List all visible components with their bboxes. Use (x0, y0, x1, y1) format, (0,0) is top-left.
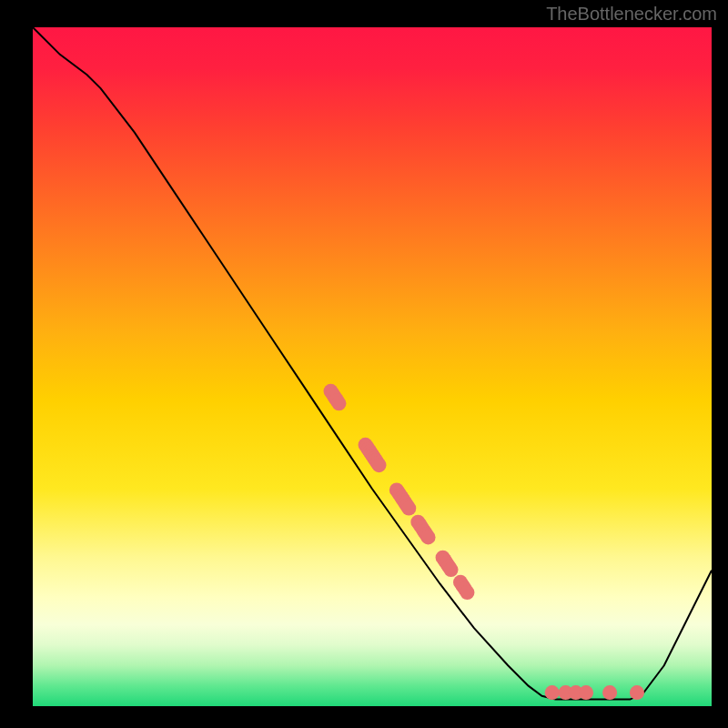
bottleneck-chart (0, 0, 728, 728)
data-point (331, 396, 346, 410)
data-point (630, 685, 644, 700)
data-point (401, 501, 416, 516)
data-point (460, 585, 474, 600)
watermark-text: TheBottlenecker.com (546, 4, 717, 25)
data-point (444, 562, 459, 577)
data-point (371, 458, 386, 472)
data-point (579, 685, 593, 700)
svg-rect-0 (33, 27, 712, 706)
data-point (602, 685, 617, 700)
data-point (545, 685, 560, 700)
chart-container: { "watermark": "TheBottlenecker.com", "c… (0, 0, 728, 728)
data-point (421, 530, 436, 544)
